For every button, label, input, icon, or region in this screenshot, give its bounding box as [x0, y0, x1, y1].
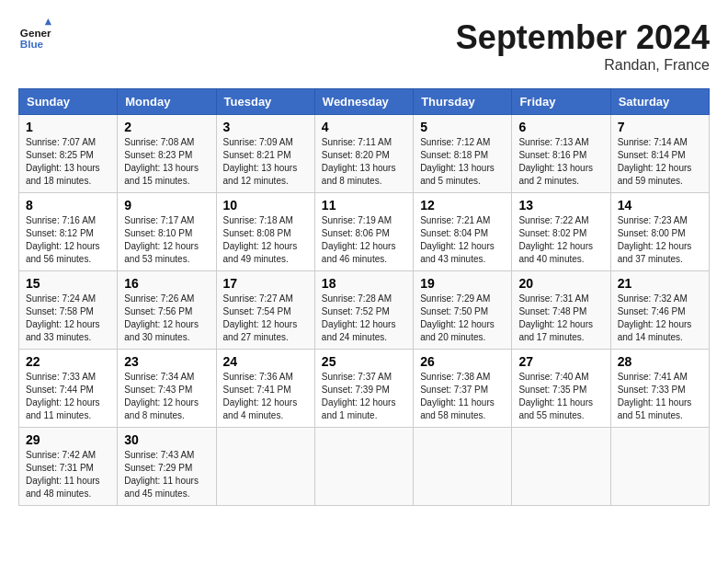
calendar-cell	[512, 428, 610, 506]
day-number: 16	[124, 276, 209, 291]
day-info: Sunrise: 7:37 AM Sunset: 7:39 PM Dayligh…	[322, 371, 406, 422]
calendar-cell: 19Sunrise: 7:29 AM Sunset: 7:50 PM Dayli…	[414, 271, 512, 350]
day-info: Sunrise: 7:13 AM Sunset: 8:16 PM Dayligh…	[518, 136, 603, 188]
day-info: Sunrise: 7:11 AM Sunset: 8:20 PM Dayligh…	[322, 136, 406, 188]
day-info: Sunrise: 7:40 AM Sunset: 7:35 PM Dayligh…	[518, 371, 603, 422]
day-number: 13	[518, 198, 603, 213]
day-number: 19	[420, 276, 505, 291]
day-number: 6	[518, 120, 603, 134]
day-number: 9	[124, 198, 209, 213]
day-number: 8	[26, 198, 110, 213]
calendar-cell: 12Sunrise: 7:21 AM Sunset: 8:04 PM Dayli…	[414, 193, 512, 271]
calendar-cell: 28Sunrise: 7:41 AM Sunset: 7:33 PM Dayli…	[610, 350, 709, 428]
calendar-cell: 16Sunrise: 7:26 AM Sunset: 7:56 PM Dayli…	[118, 271, 216, 350]
day-info: Sunrise: 7:09 AM Sunset: 8:21 PM Dayligh…	[223, 136, 308, 188]
day-number: 3	[223, 120, 308, 134]
day-number: 2	[124, 120, 209, 134]
page-title: September 2024	[456, 18, 710, 57]
day-number: 5	[420, 120, 505, 134]
day-info: Sunrise: 7:34 AM Sunset: 7:43 PM Dayligh…	[124, 371, 209, 422]
column-header-sunday: Sunday	[19, 89, 118, 115]
day-info: Sunrise: 7:16 AM Sunset: 8:12 PM Dayligh…	[26, 214, 110, 266]
day-info: Sunrise: 7:22 AM Sunset: 8:02 PM Dayligh…	[518, 214, 603, 266]
day-number: 10	[223, 198, 308, 213]
day-number: 27	[518, 354, 603, 369]
calendar-cell: 21Sunrise: 7:32 AM Sunset: 7:46 PM Dayli…	[610, 271, 709, 350]
svg-marker-2	[45, 18, 51, 25]
calendar-cell: 11Sunrise: 7:19 AM Sunset: 8:06 PM Dayli…	[314, 193, 413, 271]
column-header-monday: Monday	[118, 89, 216, 115]
day-number: 17	[223, 276, 308, 291]
day-number: 22	[26, 354, 110, 369]
day-info: Sunrise: 7:26 AM Sunset: 7:56 PM Dayligh…	[124, 293, 209, 344]
day-info: Sunrise: 7:31 AM Sunset: 7:48 PM Dayligh…	[518, 293, 603, 344]
calendar-cell: 30Sunrise: 7:43 AM Sunset: 7:29 PM Dayli…	[118, 428, 216, 506]
day-number: 28	[618, 354, 702, 369]
page-header: General Blue September 2024 Randan, Fran…	[18, 18, 710, 74]
calendar-cell: 8Sunrise: 7:16 AM Sunset: 8:12 PM Daylig…	[19, 193, 118, 271]
calendar-cell	[610, 428, 709, 506]
day-info: Sunrise: 7:21 AM Sunset: 8:04 PM Dayligh…	[420, 214, 505, 266]
day-number: 1	[26, 120, 110, 134]
calendar-cell	[216, 428, 314, 506]
day-number: 18	[322, 276, 406, 291]
day-info: Sunrise: 7:18 AM Sunset: 8:08 PM Dayligh…	[223, 214, 308, 266]
day-info: Sunrise: 7:42 AM Sunset: 7:31 PM Dayligh…	[26, 449, 110, 500]
column-header-saturday: Saturday	[610, 89, 709, 115]
day-number: 14	[618, 198, 702, 213]
logo-icon: General Blue	[18, 18, 51, 52]
calendar-cell: 9Sunrise: 7:17 AM Sunset: 8:10 PM Daylig…	[118, 193, 216, 271]
day-info: Sunrise: 7:33 AM Sunset: 7:44 PM Dayligh…	[26, 371, 110, 422]
week-row-3: 15Sunrise: 7:24 AM Sunset: 7:58 PM Dayli…	[19, 271, 710, 350]
day-number: 23	[124, 354, 209, 369]
calendar-cell: 29Sunrise: 7:42 AM Sunset: 7:31 PM Dayli…	[19, 428, 118, 506]
week-row-5: 29Sunrise: 7:42 AM Sunset: 7:31 PM Dayli…	[19, 428, 710, 506]
calendar-cell: 10Sunrise: 7:18 AM Sunset: 8:08 PM Dayli…	[216, 193, 314, 271]
day-info: Sunrise: 7:07 AM Sunset: 8:25 PM Dayligh…	[26, 136, 110, 188]
column-header-thursday: Thursday	[414, 89, 512, 115]
logo: General Blue	[18, 18, 51, 52]
day-number: 11	[322, 198, 406, 213]
calendar-cell: 27Sunrise: 7:40 AM Sunset: 7:35 PM Dayli…	[512, 350, 610, 428]
day-info: Sunrise: 7:12 AM Sunset: 8:18 PM Dayligh…	[420, 136, 505, 188]
day-info: Sunrise: 7:23 AM Sunset: 8:00 PM Dayligh…	[618, 214, 702, 266]
day-info: Sunrise: 7:29 AM Sunset: 7:50 PM Dayligh…	[420, 293, 505, 344]
week-row-4: 22Sunrise: 7:33 AM Sunset: 7:44 PM Dayli…	[19, 350, 710, 428]
day-info: Sunrise: 7:38 AM Sunset: 7:37 PM Dayligh…	[420, 371, 505, 422]
day-number: 21	[618, 276, 702, 291]
day-number: 26	[420, 354, 505, 369]
day-info: Sunrise: 7:14 AM Sunset: 8:14 PM Dayligh…	[618, 136, 702, 188]
day-info: Sunrise: 7:41 AM Sunset: 7:33 PM Dayligh…	[618, 371, 702, 422]
calendar-table: SundayMondayTuesdayWednesdayThursdayFrid…	[18, 88, 710, 506]
day-info: Sunrise: 7:17 AM Sunset: 8:10 PM Dayligh…	[124, 214, 209, 266]
week-row-1: 1Sunrise: 7:07 AM Sunset: 8:25 PM Daylig…	[19, 115, 710, 193]
calendar-cell: 25Sunrise: 7:37 AM Sunset: 7:39 PM Dayli…	[314, 350, 413, 428]
calendar-cell: 26Sunrise: 7:38 AM Sunset: 7:37 PM Dayli…	[414, 350, 512, 428]
day-info: Sunrise: 7:28 AM Sunset: 7:52 PM Dayligh…	[322, 293, 406, 344]
day-number: 20	[518, 276, 603, 291]
calendar-cell: 18Sunrise: 7:28 AM Sunset: 7:52 PM Dayli…	[314, 271, 413, 350]
column-header-tuesday: Tuesday	[216, 89, 314, 115]
calendar-cell: 2Sunrise: 7:08 AM Sunset: 8:23 PM Daylig…	[118, 115, 216, 193]
day-info: Sunrise: 7:19 AM Sunset: 8:06 PM Dayligh…	[322, 214, 406, 266]
calendar-cell: 6Sunrise: 7:13 AM Sunset: 8:16 PM Daylig…	[512, 115, 610, 193]
day-number: 7	[618, 120, 702, 134]
week-row-2: 8Sunrise: 7:16 AM Sunset: 8:12 PM Daylig…	[19, 193, 710, 271]
column-header-friday: Friday	[512, 89, 610, 115]
day-number: 25	[322, 354, 406, 369]
calendar-cell: 20Sunrise: 7:31 AM Sunset: 7:48 PM Dayli…	[512, 271, 610, 350]
calendar-cell: 1Sunrise: 7:07 AM Sunset: 8:25 PM Daylig…	[19, 115, 118, 193]
day-number: 29	[26, 432, 110, 447]
day-number: 12	[420, 198, 505, 213]
day-info: Sunrise: 7:08 AM Sunset: 8:23 PM Dayligh…	[124, 136, 209, 188]
calendar-cell: 22Sunrise: 7:33 AM Sunset: 7:44 PM Dayli…	[19, 350, 118, 428]
calendar-cell	[414, 428, 512, 506]
calendar-cell: 13Sunrise: 7:22 AM Sunset: 8:02 PM Dayli…	[512, 193, 610, 271]
column-header-wednesday: Wednesday	[314, 89, 413, 115]
day-number: 24	[223, 354, 308, 369]
day-info: Sunrise: 7:27 AM Sunset: 7:54 PM Dayligh…	[223, 293, 308, 344]
day-number: 4	[322, 120, 406, 134]
calendar-cell: 4Sunrise: 7:11 AM Sunset: 8:20 PM Daylig…	[314, 115, 413, 193]
day-number: 15	[26, 276, 110, 291]
calendar-cell: 7Sunrise: 7:14 AM Sunset: 8:14 PM Daylig…	[610, 115, 709, 193]
